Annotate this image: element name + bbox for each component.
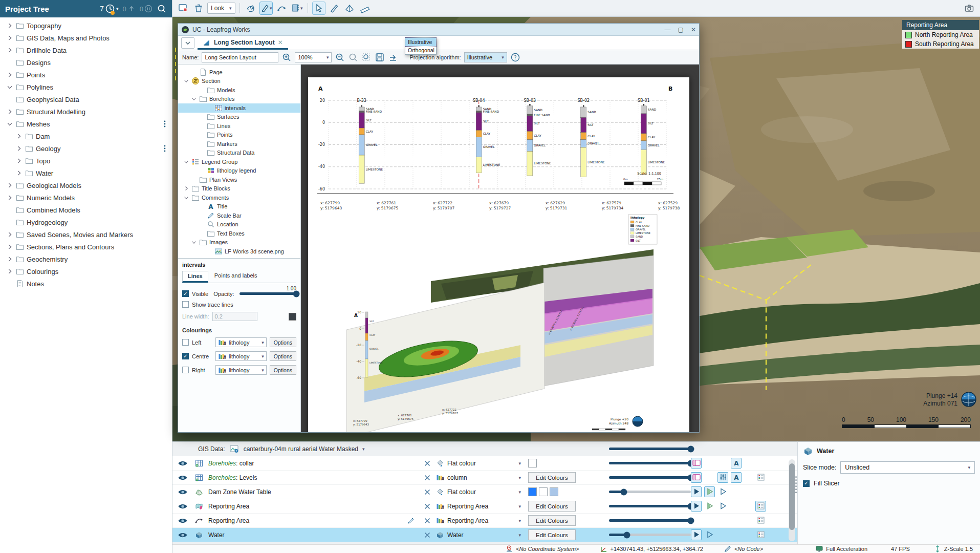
shape-opacity-slider[interactable]: [609, 534, 691, 536]
remove-shape-icon[interactable]: [419, 531, 436, 539]
sidebar-item-drillhole-data[interactable]: Drillhole Data: [0, 44, 172, 56]
layout-tree-item-page[interactable]: Page: [178, 68, 300, 77]
chevron-down-icon[interactable]: [6, 83, 13, 91]
tab-long-section-layout[interactable]: Long Section Layout ✕: [198, 36, 288, 50]
option-illustrative[interactable]: Illustrative: [405, 38, 436, 46]
slicer-plane-tool-button[interactable]: ▾: [290, 2, 303, 15]
kebab-menu-icon[interactable]: [161, 144, 169, 153]
chevron-right-icon[interactable]: [15, 157, 23, 164]
colour-mode-dropdown[interactable]: AReporting Area▾: [436, 502, 528, 511]
sidebar-item-topography[interactable]: Topography: [0, 19, 172, 32]
visible-checkbox[interactable]: ✓: [182, 290, 189, 297]
colour-mode-dropdown[interactable]: Acolumn▾: [436, 474, 528, 482]
layout-tree-item-legend-group[interactable]: Legend Group: [178, 157, 300, 166]
chevron-right-icon[interactable]: [15, 169, 23, 177]
edit-colours-button[interactable]: Edit Colours: [528, 515, 576, 526]
processing-tasks-button[interactable]: 7 ▾: [100, 4, 118, 14]
select-tool-button[interactable]: [312, 2, 325, 15]
id-icon-button[interactable]: [691, 472, 702, 483]
colouring-centre-options-button[interactable]: Options: [270, 351, 296, 361]
sidebar-item-meshes[interactable]: Meshes: [0, 118, 172, 130]
ruler-tool-button[interactable]: [358, 2, 372, 15]
playO-icon-button[interactable]: [717, 501, 728, 512]
slice-mode-dropdown[interactable]: Unsliced ▾: [840, 461, 975, 474]
chevron-right-icon[interactable]: [6, 71, 13, 78]
window-titlebar[interactable]: UC - Leapfrog Works — ▢ ✕: [178, 24, 699, 36]
fill-slicer-checkbox[interactable]: ✓: [803, 480, 810, 487]
playO-icon-button[interactable]: [717, 486, 728, 497]
remove-shape-icon[interactable]: [419, 517, 436, 525]
colouring-left-checkbox[interactable]: [182, 339, 189, 346]
rotate-tool-button[interactable]: [244, 2, 257, 15]
show-trace-lines-checkbox[interactable]: [182, 301, 189, 308]
sidebar-item-polylines[interactable]: Polylines: [0, 81, 172, 93]
sidebar-item-combined-models[interactable]: Combined Models: [0, 204, 172, 216]
chevron-right-icon[interactable]: [6, 47, 13, 54]
visibility-eye-icon[interactable]: [172, 458, 193, 469]
remove-shape-icon[interactable]: [419, 459, 436, 467]
search-icon[interactable]: [157, 4, 167, 14]
tab-lines[interactable]: Lines: [182, 271, 208, 283]
chevron-down-icon[interactable]: [183, 158, 189, 166]
sidebar-item-geological-models[interactable]: Geological Models: [0, 179, 172, 192]
edit-pencil-icon[interactable]: [403, 517, 419, 525]
polyline-tool-button[interactable]: [275, 2, 288, 15]
draw-slice-tool-button[interactable]: ▾: [259, 2, 273, 15]
export-icon[interactable]: [388, 52, 398, 62]
zoom-level-dropdown[interactable]: 100%▾: [295, 52, 332, 62]
chevron-down-icon[interactable]: [183, 194, 189, 202]
chevron-right-icon[interactable]: [6, 108, 13, 115]
sidebar-item-sections-plans-and-contours[interactable]: Sections, Plans and Contours: [0, 241, 172, 253]
chevron-right-icon[interactable]: [6, 231, 13, 238]
chevron-right-icon[interactable]: [183, 184, 189, 193]
playO-icon-button[interactable]: [704, 529, 715, 540]
layout-tree-item-text-boxes[interactable]: Text Boxes: [178, 229, 300, 238]
layout-preview-canvas[interactable]: 200-20-40-60ABB-33SANDFINE SANDSILTCLAYG…: [301, 65, 699, 432]
layout-tree-item-images[interactable]: Images: [178, 238, 300, 247]
layout-tree-item-boreholes[interactable]: Boreholes: [178, 95, 300, 104]
colour-swatch[interactable]: [539, 487, 548, 496]
chevron-right-icon[interactable]: [6, 256, 13, 263]
zoom-in-icon[interactable]: [281, 52, 292, 62]
visibility-eye-icon[interactable]: [172, 487, 193, 497]
shape-opacity-slider[interactable]: [609, 519, 691, 522]
layout-tree-item-models[interactable]: Models: [178, 86, 300, 95]
chevron-right-icon[interactable]: [6, 194, 13, 201]
shape-row-water[interactable]: WaterWater▾Edit Colours: [172, 527, 797, 542]
zoom-out-icon[interactable]: [335, 52, 345, 62]
colouring-right-dropdown[interactable]: Alithology▾: [215, 365, 267, 375]
chevron-right-icon[interactable]: [6, 243, 13, 250]
remove-shape-icon[interactable]: [419, 474, 436, 482]
shape-row-dam-zone-water-table[interactable]: Dam Zone Water TableFlat colour▾: [172, 484, 797, 499]
layout-tree-item-lithology-legend[interactable]: lithology legend: [178, 166, 300, 176]
playF-icon-button[interactable]: [691, 486, 702, 497]
lA-icon-button[interactable]: A: [731, 472, 742, 483]
clear-scene-button[interactable]: [192, 2, 205, 15]
shape-row--levels[interactable]: Boreholes: LevelsAcolumn▾Edit ColoursA: [172, 470, 797, 484]
sidebar-item-points[interactable]: Points: [0, 69, 172, 81]
playF-icon-button[interactable]: [691, 529, 702, 540]
close-tab-icon[interactable]: ✕: [278, 39, 283, 46]
visibility-eye-icon[interactable]: [172, 473, 193, 483]
layout-tree-item-section[interactable]: Section: [178, 77, 300, 86]
visibility-eye-icon[interactable]: [172, 530, 193, 540]
colour-mode-dropdown[interactable]: Flat colour▾: [436, 459, 528, 467]
colouring-left-options-button[interactable]: Options: [270, 337, 296, 347]
opacity-slider[interactable]: [239, 292, 296, 295]
sidebar-item-numeric-models[interactable]: Numeric Models: [0, 192, 172, 204]
chevron-down-icon[interactable]: [191, 95, 197, 103]
chevron-right-icon[interactable]: [15, 145, 23, 152]
gis-data-value[interactable]: canterbury-04m rural aerial Water Masked: [244, 445, 358, 453]
layout-tree-item-structural-data[interactable]: Structural Data: [178, 148, 300, 158]
id-icon-button[interactable]: [691, 458, 702, 469]
help-icon[interactable]: ?: [510, 52, 520, 62]
chevron-right-icon[interactable]: [15, 133, 23, 140]
edit-colours-button[interactable]: Edit Colours: [528, 501, 576, 512]
colour-mode-dropdown[interactable]: Water▾: [436, 531, 528, 539]
sidebar-item-dam[interactable]: Dam: [0, 130, 172, 142]
shape-row-reporting-area[interactable]: Reporting AreaAReporting Area▾Edit Colou…: [172, 513, 797, 527]
shape-opacity-slider[interactable]: [609, 491, 691, 493]
colour-swatch[interactable]: [528, 487, 537, 496]
shape-opacity-slider[interactable]: [609, 476, 691, 479]
colouring-right-options-button[interactable]: Options: [270, 365, 296, 375]
